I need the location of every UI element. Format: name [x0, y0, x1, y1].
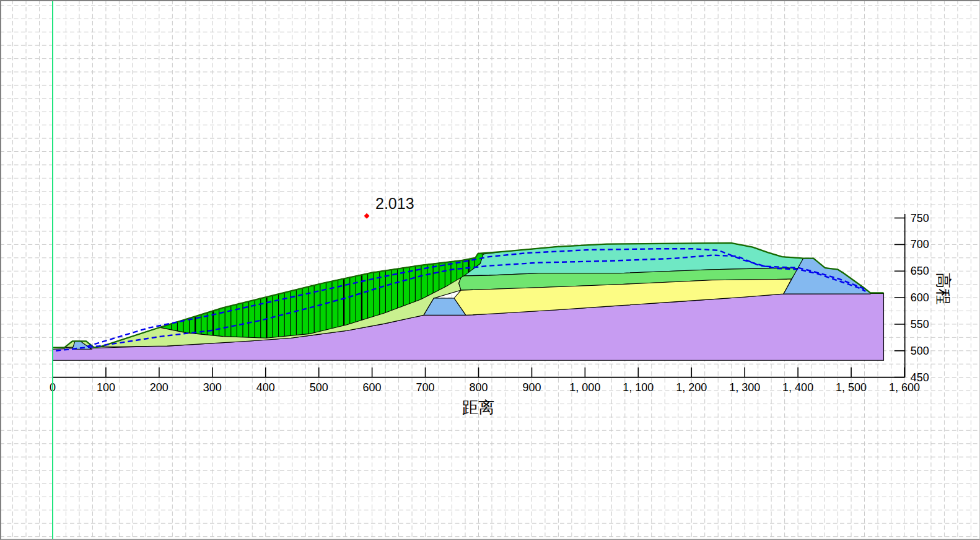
x-tick-label: 300: [203, 381, 222, 394]
x-tick-label: 1, 100: [623, 381, 654, 394]
y-axis-title: 高程: [932, 273, 954, 305]
y-tick-label: 650: [911, 265, 929, 277]
x-tick-label: 1, 300: [729, 381, 760, 394]
x-tick-label: 200: [150, 381, 168, 394]
factor-of-safety-label: 2.013: [375, 195, 414, 213]
x-tick-label: 600: [363, 381, 382, 394]
x-tick-label: 1, 500: [836, 381, 867, 394]
x-tick-label: 1, 400: [782, 381, 813, 394]
x-tick-label: 800: [469, 381, 488, 394]
y-tick-label: 450: [911, 371, 929, 384]
y-tick-label: 700: [911, 238, 929, 250]
x-tick-label: 100: [97, 381, 115, 394]
y-tick-label: 600: [911, 291, 929, 304]
cross-section-plot[interactable]: 01002003004005006007008009001, 0001, 100…: [0, 0, 980, 540]
drawing-canvas[interactable]: 01002003004005006007008009001, 0001, 100…: [0, 0, 980, 540]
x-tick-label: 400: [256, 381, 275, 394]
x-tick-label: 1, 200: [676, 381, 707, 394]
y-tick-label: 500: [911, 345, 929, 357]
x-tick-label: 900: [522, 381, 541, 394]
x-tick-label: 700: [416, 381, 435, 394]
y-tick-label: 750: [911, 212, 929, 224]
x-tick-label: 1, 000: [569, 381, 600, 394]
y-tick-label: 550: [911, 318, 929, 330]
x-axis-title: 距离: [462, 397, 494, 418]
x-tick-label: 500: [310, 381, 328, 394]
